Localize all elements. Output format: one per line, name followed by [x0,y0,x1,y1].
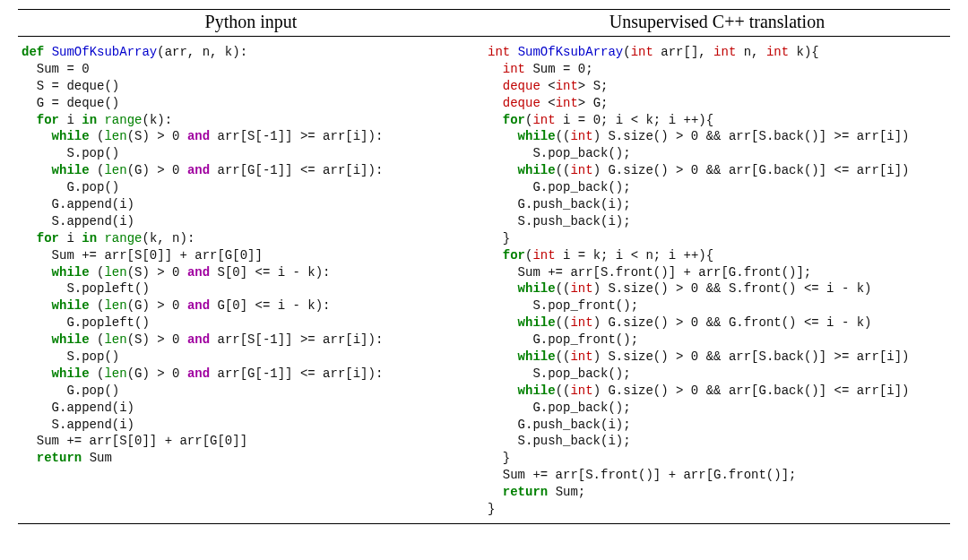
python-code-cell: def SumOfKsubArray(arr, n, k): Sum = 0 S… [18,37,484,523]
table-body-row: def SumOfKsubArray(arr, n, k): Sum = 0 S… [18,37,950,524]
table-header-row: Python input Unsupervised C++ translatio… [18,9,950,37]
header-python: Python input [18,10,484,36]
code-comparison-table: Python input Unsupervised C++ translatio… [18,9,950,524]
python-code: def SumOfKsubArray(arr, n, k): Sum = 0 S… [22,44,480,467]
header-cpp: Unsupervised C++ translation [484,10,950,36]
cpp-code: int SumOfKsubArray(int arr[], int n, int… [488,44,946,518]
cpp-code-cell: int SumOfKsubArray(int arr[], int n, int… [484,37,950,523]
